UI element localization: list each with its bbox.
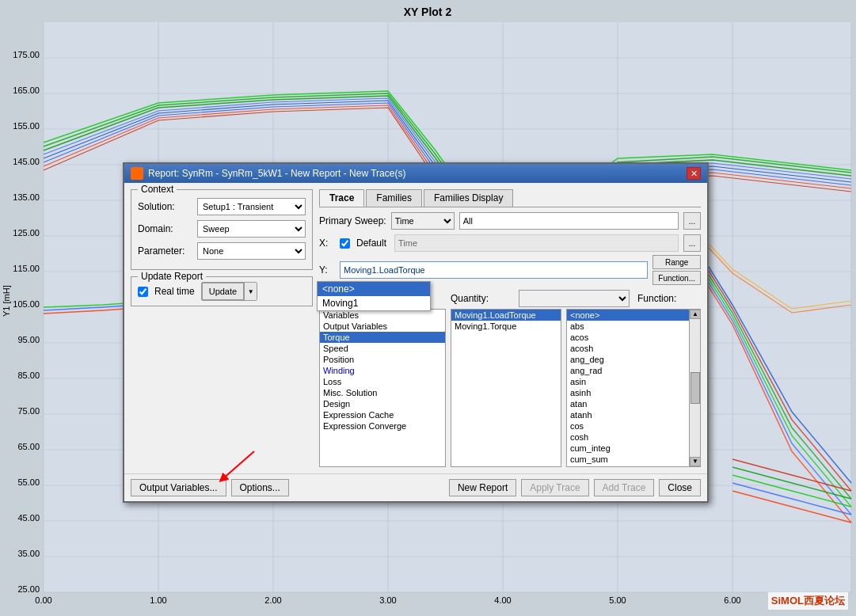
svg-text:Y1 [mH]: Y1 [mH] (2, 285, 11, 317)
context-group: Context Solution: Setup1 : Transient Dom… (131, 189, 313, 270)
tab-families-display[interactable]: Families Display (424, 189, 513, 207)
tab-trace[interactable]: Trace (319, 189, 364, 207)
svg-text:125.00: 125.00 (13, 228, 40, 238)
svg-text:0.00: 0.00 (35, 595, 51, 605)
x-axis-label: X: (319, 238, 335, 249)
new-report-button[interactable]: New Report (449, 479, 516, 496)
svg-text:25.00: 25.00 (17, 584, 40, 594)
category-item-expression-converge[interactable]: Expression Converge (320, 420, 445, 432)
function-scrollbar[interactable]: ▲ ▼ (689, 310, 700, 466)
function-item-cum-sum[interactable]: cum_sum (567, 454, 700, 465)
quantity-select[interactable] (519, 290, 630, 307)
sweep-ellipsis-button[interactable]: ... (683, 212, 701, 230)
svg-text:95.00: 95.00 (17, 335, 40, 344)
function-item-acos[interactable]: acos (567, 332, 700, 343)
category-list[interactable]: Variables Output Variables Torque Speed … (319, 309, 446, 467)
apply-trace-button[interactable]: Apply Trace (521, 479, 588, 496)
function-button[interactable]: Function... (652, 271, 701, 285)
close-button[interactable]: Close (659, 479, 701, 496)
function-item-cos[interactable]: cos (567, 420, 700, 432)
red-arrow-svg (207, 443, 270, 491)
category-item-loss[interactable]: Loss (320, 376, 445, 387)
function-item-acosh[interactable]: acosh (567, 343, 700, 354)
function-item-cum-integ[interactable]: cum_integ (567, 443, 700, 454)
x-ellipsis-button[interactable]: ... (683, 234, 701, 252)
solution-select[interactable]: Setup1 : Transient (197, 198, 306, 215)
category-item-winding[interactable]: Winding (320, 365, 445, 376)
update-row: Real time Update ▼ (138, 282, 306, 301)
dropdown-item-none[interactable]: <none> (318, 282, 430, 296)
category-item-design[interactable]: Design (320, 398, 445, 409)
domain-row: Domain: Sweep (138, 220, 306, 238)
parameter-row: Parameter: None (138, 242, 306, 260)
parameter-dropdown: <none> Moving1 (317, 281, 431, 311)
sweep-all-input[interactable] (459, 212, 679, 230)
trace-panel: Trace Families Families Display Primary … (319, 189, 701, 467)
scrollbar-up[interactable]: ▲ (690, 310, 701, 319)
svg-text:5.00: 5.00 (609, 595, 626, 605)
range-button[interactable]: Range (652, 255, 701, 269)
category-item-speed[interactable]: Speed (320, 343, 445, 354)
svg-text:155.00: 155.00 (13, 121, 40, 131)
x-default-checkbox[interactable] (340, 238, 350, 249)
update-dropdown-arrow[interactable]: ▼ (244, 283, 257, 300)
function-item-asinh[interactable]: asinh (567, 387, 700, 398)
realtime-checkbox[interactable] (138, 287, 148, 297)
svg-text:6.00: 6.00 (724, 595, 740, 605)
category-item-torque[interactable]: Torque (320, 332, 445, 343)
realtime-label: Real time (154, 286, 195, 297)
category-item-variables[interactable]: Variables (320, 310, 445, 321)
svg-text:85.00: 85.00 (17, 371, 40, 380)
quantity-list[interactable]: Moving1.LoadTorque Moving1.Torque (451, 309, 561, 467)
y-value-field[interactable]: Moving1.LoadTorque (340, 261, 648, 279)
scrollbar-thumb[interactable] (691, 372, 700, 404)
x-default-label: Default (356, 238, 386, 249)
quantity-header-label: Quantity: (451, 293, 514, 304)
context-group-title: Context (138, 184, 177, 195)
dropdown-item-moving1[interactable]: Moving1 (318, 296, 430, 310)
update-button[interactable]: Update (202, 283, 244, 300)
function-item-asin[interactable]: asin (567, 376, 700, 387)
dialog-title: Report: SynRm - SynRm_5kW1 - New Report … (148, 168, 405, 179)
tabs: Trace Families Families Display (319, 189, 701, 207)
category-item-misc[interactable]: Misc. Solution (320, 387, 445, 398)
function-item-db[interactable]: dB (567, 465, 700, 467)
function-list[interactable]: <none> abs acos acosh ang_deg ang_rad as… (566, 309, 701, 467)
primary-sweep-select[interactable]: Time (391, 212, 455, 230)
x-row: X: Default Time ... (319, 234, 701, 252)
svg-text:165.00: 165.00 (13, 86, 40, 95)
dialog-close-button[interactable]: ✕ (687, 167, 701, 180)
svg-text:XY Plot 2: XY Plot 2 (404, 6, 452, 18)
svg-text:145.00: 145.00 (13, 157, 40, 166)
function-item-ang-rad[interactable]: ang_rad (567, 365, 700, 376)
function-item-abs[interactable]: abs (567, 321, 700, 332)
category-item-output-variables[interactable]: Output Variables (320, 321, 445, 332)
parameter-label: Parameter: (138, 245, 197, 257)
function-item-atanh[interactable]: atanh (567, 409, 700, 420)
quantity-item-torque[interactable]: Moving1.Torque (451, 321, 561, 332)
cqf-lists: Variables Output Variables Torque Speed … (319, 309, 701, 467)
svg-text:45.00: 45.00 (17, 513, 40, 523)
parameter-select[interactable]: None (197, 242, 306, 260)
context-panel: Context Solution: Setup1 : Transient Dom… (131, 189, 313, 467)
category-item-position[interactable]: Position (320, 354, 445, 365)
quantity-item-loadtorque[interactable]: Moving1.LoadTorque (451, 310, 561, 321)
category-item-expression-cache[interactable]: Expression Cache (320, 409, 445, 420)
add-trace-button[interactable]: Add Trace (594, 479, 655, 496)
function-item-ang-deg[interactable]: ang_deg (567, 354, 700, 365)
function-item-cosh[interactable]: cosh (567, 432, 700, 443)
function-header-label: Function: (637, 293, 676, 304)
tab-families[interactable]: Families (366, 189, 422, 207)
svg-text:75.00: 75.00 (17, 406, 40, 416)
domain-select[interactable]: Sweep (197, 220, 306, 238)
primary-sweep-label: Primary Sweep: (319, 215, 386, 226)
scrollbar-down[interactable]: ▼ (690, 457, 701, 466)
function-item-atan[interactable]: atan (567, 398, 700, 409)
svg-text:65.00: 65.00 (17, 442, 40, 451)
x-time-value: Time (394, 234, 679, 252)
svg-line-51 (223, 451, 254, 479)
svg-text:135.00: 135.00 (13, 192, 40, 202)
function-item-none[interactable]: <none> (567, 310, 700, 321)
update-report-label: Update Report (138, 271, 206, 282)
svg-text:105.00: 105.00 (13, 299, 40, 309)
